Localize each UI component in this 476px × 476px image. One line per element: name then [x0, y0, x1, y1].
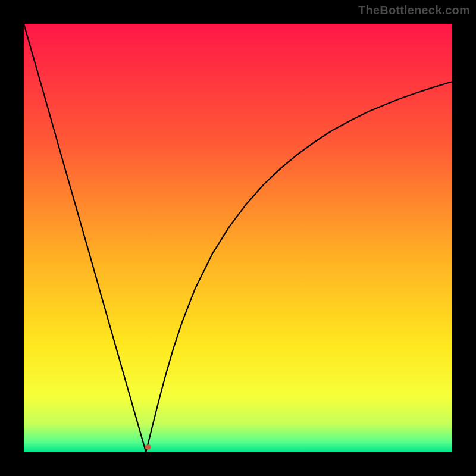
chart-frame: TheBottleneck.com — [0, 0, 476, 476]
chart-svg — [24, 24, 452, 452]
watermark-text: TheBottleneck.com — [358, 4, 470, 17]
gradient-background — [24, 24, 452, 452]
plot-area — [24, 24, 452, 452]
optimum-marker — [145, 444, 151, 449]
